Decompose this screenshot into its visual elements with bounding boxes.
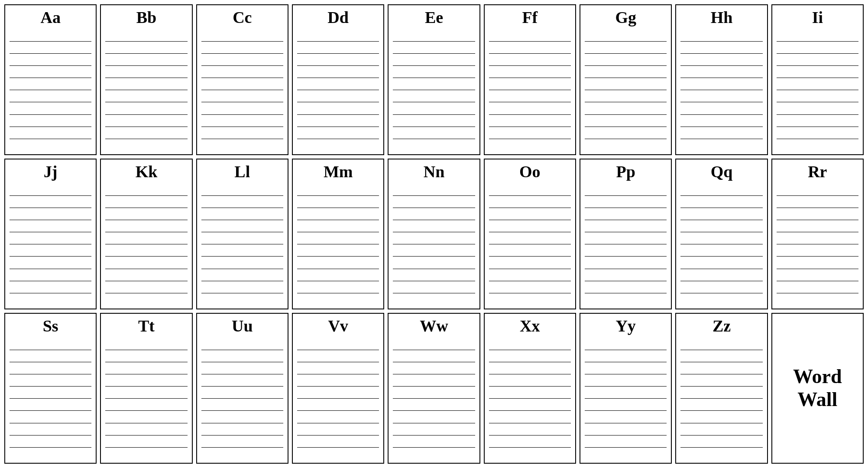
line [680,114,762,115]
line [585,244,667,244]
line [393,244,475,244]
line [297,281,379,281]
card-Kk: Kk [100,159,192,309]
line [393,447,475,448]
lines-Ll [201,184,283,305]
line [10,220,91,220]
line [10,127,91,127]
lines-Yy [585,338,667,459]
letter-heading-Zz: Zz [680,317,762,335]
line [201,114,283,115]
line [201,232,283,232]
line [10,139,91,139]
line [680,65,762,66]
letter-heading-Ii: Ii [777,9,858,27]
lines-Dd [297,29,379,151]
line [105,102,187,102]
line [297,244,379,244]
letter-heading-Aa: Aa [10,9,91,27]
lines-Cc [201,29,283,151]
line [489,281,571,281]
line [585,256,667,257]
line [201,90,283,90]
lines-Nn [393,184,475,305]
line [393,208,475,208]
line [105,398,187,399]
line [585,410,667,411]
letter-heading-Vv: Vv [297,317,379,335]
letter-heading-Ll: Ll [201,163,283,181]
letter-heading-Rr: Rr [777,163,858,181]
line [393,53,475,54]
line [297,127,379,127]
line [489,195,571,196]
line [297,256,379,257]
line [680,398,762,399]
letter-heading-Xx: Xx [489,317,571,335]
line [777,102,858,102]
line [393,114,475,115]
line [585,293,667,293]
line [777,65,858,66]
line [585,281,667,281]
line [297,386,379,387]
line [680,447,762,448]
line [680,195,762,196]
lines-Kk [105,184,187,305]
line [105,447,187,448]
line [489,127,571,127]
line [10,423,91,423]
line [297,423,379,423]
line [680,256,762,257]
lines-Jj [10,184,91,305]
letter-heading-Ww: Ww [393,317,475,335]
line [201,102,283,102]
line [10,78,91,78]
line [489,244,571,244]
letter-heading-Oo: Oo [489,163,571,181]
line [10,398,91,399]
line [489,114,571,115]
line [680,293,762,293]
line [10,195,91,196]
line [201,65,283,66]
line [393,127,475,127]
line [297,350,379,350]
line [777,208,858,208]
line [201,220,283,220]
line [297,102,379,102]
line [105,362,187,362]
line [585,195,667,196]
line [105,78,187,78]
card-Pp: Pp [580,159,672,309]
line [105,269,187,269]
line [680,102,762,102]
line [297,78,379,78]
card-Jj: Jj [4,159,97,309]
line [777,293,858,293]
card-Aa: Aa [4,4,97,155]
line [10,256,91,257]
letter-heading-Nn: Nn [393,163,475,181]
row-2: Jj Kk [4,159,864,309]
line [680,139,762,139]
line [297,435,379,436]
row-3: Ss Tt [4,313,864,464]
line [201,139,283,139]
line [489,53,571,54]
line [777,269,858,269]
line [10,410,91,411]
line [680,220,762,220]
line [393,374,475,374]
line [680,127,762,127]
lines-Bb [105,29,187,151]
line [393,423,475,423]
line [777,281,858,281]
line [489,208,571,208]
card-Uu: Uu [196,313,288,464]
line [489,90,571,90]
line [201,208,283,208]
line [10,293,91,293]
line [489,423,571,423]
line [10,362,91,362]
